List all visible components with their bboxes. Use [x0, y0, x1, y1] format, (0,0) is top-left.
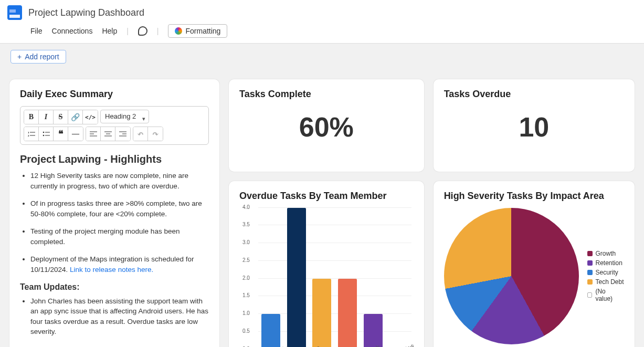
legend-swatch — [587, 260, 593, 266]
strike-button[interactable]: S — [54, 110, 68, 124]
bar[interactable] — [312, 279, 331, 347]
undo-button[interactable]: ↶ — [133, 127, 148, 141]
legend-label: Tech Debt — [596, 278, 624, 286]
align-center-button[interactable] — [101, 127, 115, 141]
svg-text:1: 1 — [28, 131, 29, 134]
legend-label: (No value) — [595, 288, 624, 302]
comment-icon[interactable] — [138, 26, 147, 36]
app-logo-icon — [7, 5, 22, 20]
add-report-label: Add report — [25, 52, 59, 61]
legend-swatch — [587, 251, 593, 256]
separator: | — [126, 27, 129, 35]
redo-button[interactable]: ↷ — [148, 127, 163, 141]
kpi-title: Tasks Complete — [239, 89, 414, 100]
align-right-button[interactable] — [115, 127, 130, 141]
kpi-complete-card[interactable]: Tasks Complete 60% — [229, 79, 424, 172]
svg-point-6 — [43, 135, 44, 136]
editor-toolbar: B I S 🔗 </> Heading 2 12 ❝ — — [20, 106, 209, 145]
kpi-value: 10 — [444, 106, 624, 145]
team-updates-list[interactable]: John Charles has been assisting the supp… — [30, 296, 209, 348]
legend-swatch — [587, 270, 593, 275]
list-item[interactable]: Of in progress tasks three are >80% comp… — [30, 198, 209, 219]
action-bar: + Add report — [0, 44, 644, 70]
pie-legend: GrowthRetentionSecurityTech Debt(No valu… — [587, 248, 625, 304]
separator: | — [157, 27, 159, 35]
hr-button[interactable]: — — [68, 127, 83, 141]
chart-title: Overdue Tasks By Team Member — [239, 191, 414, 202]
list-item[interactable]: Deployment of the Maps integration is sc… — [30, 254, 209, 275]
list-item[interactable]: Testing of the project merging module ha… — [30, 226, 209, 247]
dashboard-title[interactable]: Project Lapwing Dashboard — [28, 7, 144, 18]
menu-help[interactable]: Help — [102, 27, 117, 35]
link-button[interactable]: 🔗 — [68, 110, 83, 124]
legend-item[interactable]: Growth — [587, 250, 625, 257]
editor-card: Daily Exec Summary B I S 🔗 </> Heading 2… — [9, 79, 219, 347]
bar[interactable] — [364, 314, 383, 347]
quote-button[interactable]: ❝ — [54, 127, 68, 141]
doc-subheading[interactable]: Team Updates: — [20, 282, 209, 292]
titlebar: Project Lapwing Dashboard — [0, 0, 644, 22]
kpi-title: Tasks Overdue — [444, 89, 624, 100]
bar[interactable] — [338, 279, 357, 347]
ordered-list-button[interactable]: 12 — [24, 127, 39, 141]
menubar: File Connections Help | | Formatting — [0, 22, 644, 43]
chart-title: High Severity Tasks By Impact Area — [444, 191, 624, 202]
bar[interactable] — [261, 314, 280, 347]
svg-point-4 — [43, 132, 44, 133]
formatting-button[interactable]: Formatting — [168, 24, 227, 38]
formatting-label: Formatting — [185, 27, 220, 35]
heading-select[interactable]: Heading 2 — [100, 110, 149, 123]
legend-swatch — [587, 279, 593, 285]
editor-title: Daily Exec Summary — [20, 89, 209, 100]
legend-item[interactable]: Security — [587, 269, 625, 276]
release-notes-link[interactable]: Link to release notes here. — [70, 266, 153, 274]
bullet-list-button[interactable] — [39, 127, 54, 141]
legend-swatch — [587, 292, 593, 298]
pie-chart — [444, 208, 579, 344]
kpi-value: 60% — [239, 106, 414, 145]
doc-heading[interactable]: Project Lapwing - Highlights — [20, 153, 209, 165]
kpi-overdue-card[interactable]: Tasks Overdue 10 — [434, 79, 635, 172]
legend-label: Retention — [596, 259, 622, 267]
svg-text:2: 2 — [28, 134, 29, 137]
bar-chart-card[interactable]: Overdue Tasks By Team Member 0.00.51.01.… — [229, 181, 424, 347]
legend-label: Growth — [596, 250, 616, 257]
bar-chart: 0.00.51.01.52.02.53.03.54.0 James Taylor… — [258, 208, 411, 347]
pie-chart-card[interactable]: High Severity Tasks By Impact Area Growt… — [434, 181, 635, 347]
menu-connections[interactable]: Connections — [52, 27, 93, 35]
menu-file[interactable]: File — [30, 27, 43, 35]
list-item[interactable]: 12 High Severity tasks are now complete,… — [30, 171, 209, 191]
legend-item[interactable]: Retention — [587, 259, 625, 267]
palette-icon — [175, 27, 182, 35]
bar[interactable] — [287, 208, 306, 347]
list-item[interactable]: Adam Chen's task to complete the Reporti… — [30, 344, 209, 347]
italic-button[interactable]: I — [39, 110, 54, 124]
align-left-button[interactable] — [86, 127, 101, 141]
plus-icon: + — [17, 52, 22, 61]
legend-label: Security — [596, 269, 618, 276]
bold-button[interactable]: B — [24, 110, 39, 124]
legend-item[interactable]: Tech Debt — [587, 278, 625, 286]
add-report-button[interactable]: + Add report — [10, 50, 66, 64]
legend-item[interactable]: (No value) — [587, 288, 625, 302]
code-button[interactable]: </> — [83, 110, 98, 124]
list-item[interactable]: John Charles has been assisting the supp… — [30, 296, 209, 337]
dashboard-grid: Daily Exec Summary B I S 🔗 </> Heading 2… — [0, 70, 644, 347]
highlights-list[interactable]: 12 High Severity tasks are now complete,… — [30, 171, 209, 275]
